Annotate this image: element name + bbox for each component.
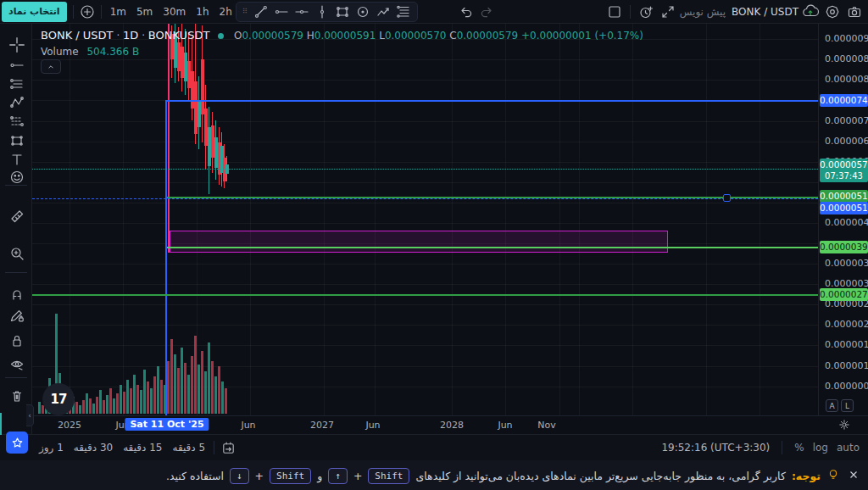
auto-scale-button[interactable]: A xyxy=(826,399,838,412)
last-price-line[interactable] xyxy=(32,169,818,170)
volume-bar xyxy=(153,376,156,414)
gridline-v xyxy=(760,24,760,415)
volume-bar xyxy=(140,390,142,414)
horizontal-line-drawing[interactable] xyxy=(167,247,818,248)
auto-scale-option[interactable]: auto xyxy=(837,442,860,454)
crosshair-icon[interactable] xyxy=(6,34,28,56)
plus-text: + xyxy=(353,470,362,482)
drag-handle-icon[interactable]: ⠿ xyxy=(242,9,248,14)
volume-bar xyxy=(92,404,95,414)
volume-bar xyxy=(160,380,163,414)
snapshot-camera-icon[interactable] xyxy=(844,2,865,22)
toolbar-right-group: پیش نویس BONK / USDT xyxy=(604,2,865,22)
rectangle-tool-icon[interactable] xyxy=(332,2,353,22)
zoom-in-icon[interactable] xyxy=(6,242,28,264)
horizontal-line-drawing[interactable] xyxy=(32,294,818,296)
drawing-mode-lock-icon[interactable] xyxy=(6,304,28,326)
alert-line-handle[interactable] xyxy=(723,194,731,202)
log-scale-option[interactable]: log xyxy=(813,442,828,454)
separator xyxy=(5,272,27,273)
vertical-line-tool-icon[interactable] xyxy=(312,2,332,22)
gridline-v xyxy=(505,24,506,415)
horizontal-line-drawing[interactable] xyxy=(167,100,818,102)
gridline-h xyxy=(32,387,818,387)
legend-symbol[interactable]: BONK / USDT xyxy=(41,29,114,42)
redo-icon[interactable] xyxy=(476,2,497,22)
time-axis[interactable]: 2025Jun26Jun2027Jun2028JunNovSat 11 Oct … xyxy=(32,415,868,434)
layout-settings-icon[interactable] xyxy=(822,2,843,22)
measure-ruler-icon[interactable] xyxy=(6,205,28,227)
gridline-h xyxy=(32,264,818,264)
horizontal-line-tool-icon[interactable] xyxy=(292,2,312,22)
lock-all-drawings-icon[interactable] xyxy=(6,330,28,352)
price-level-label: 0.00000513 xyxy=(820,202,868,214)
quick-interval-button[interactable]: 5 دقیقه xyxy=(167,440,210,455)
timeframe-30m[interactable]: 30m xyxy=(158,5,191,19)
polyline-tool-icon[interactable] xyxy=(373,2,393,22)
time-tick: Jun xyxy=(365,420,380,431)
top-toolbar: انتخاب نماد 1m5m30m1h2h4hDWM ⠿ xyxy=(0,0,868,24)
favorites-star-button[interactable] xyxy=(6,432,28,454)
fullscreen-icon[interactable] xyxy=(658,2,678,22)
clock-utc[interactable]: 19:52:16 (UTC+3:30) xyxy=(661,442,770,454)
price-tick: 0.00000200 xyxy=(825,319,868,330)
layout-title[interactable]: BONK / USDT xyxy=(732,6,798,18)
percent-scale-option[interactable]: % xyxy=(794,442,804,454)
timeframe-5m[interactable]: 5m xyxy=(131,5,158,19)
undo-icon[interactable] xyxy=(456,2,476,22)
cloud-save-icon[interactable] xyxy=(800,2,821,22)
volume-value: 504.366 B xyxy=(86,46,139,58)
chart-pane[interactable]: 17 BONK / USDT · 1D · BONKUSDT O0.000005… xyxy=(32,24,818,415)
time-axis-settings-gear-icon[interactable] xyxy=(836,416,853,433)
layout-select-icon[interactable] xyxy=(604,2,625,22)
legend-interval[interactable]: 1D xyxy=(123,29,138,42)
legend-collapse-button[interactable] xyxy=(41,59,61,74)
price-tick: 0.00000650 xyxy=(825,136,868,147)
volume-bar xyxy=(103,400,105,414)
vertical-line-drawing[interactable] xyxy=(165,100,167,415)
add-symbol-plus-icon[interactable] xyxy=(77,2,97,22)
price-level-label: 0.00000515 xyxy=(820,190,868,203)
levels-tool-icon[interactable] xyxy=(393,2,414,22)
price-tick: 0.00000800 xyxy=(825,74,868,85)
price-range-box-drawing[interactable] xyxy=(170,231,668,253)
volume-bar xyxy=(177,368,180,414)
left-edge-accent xyxy=(0,413,2,435)
horizontal-ray-tool-icon[interactable] xyxy=(271,2,292,22)
remove-drawings-trash-icon[interactable] xyxy=(6,385,28,407)
magnet-mode-icon[interactable] xyxy=(6,283,28,305)
market-status-dot[interactable] xyxy=(218,33,224,39)
go-to-date-calendar-icon[interactable] xyxy=(218,437,238,458)
hide-drawings-eye-icon[interactable] xyxy=(6,354,28,376)
volume-bar xyxy=(89,398,92,414)
volume-bar xyxy=(75,402,78,414)
quick-interval-button[interactable]: 1 روز xyxy=(34,440,69,455)
ellipse-tool-icon[interactable] xyxy=(353,2,373,22)
sidebar-collapse-chevron[interactable]: ‹ xyxy=(26,404,34,426)
volume-bar xyxy=(120,385,122,414)
alert-line-dashed[interactable] xyxy=(32,198,818,199)
volume-bar xyxy=(218,366,220,414)
time-tick: Nov xyxy=(537,420,555,431)
log-scale-button[interactable]: L xyxy=(841,399,854,412)
timeframe-1m[interactable]: 1m xyxy=(105,5,131,19)
volume-bar xyxy=(126,380,129,414)
volume-label[interactable]: Volume xyxy=(41,46,79,58)
gridline-v xyxy=(632,24,633,415)
symbol-search-button[interactable]: انتخاب نماد xyxy=(2,2,67,22)
volume-bar xyxy=(211,361,214,414)
quick-interval-button[interactable]: 30 دقیقه xyxy=(69,440,118,455)
price-axis[interactable]: A L 0.000009000.000008500.000008000.0000… xyxy=(818,24,868,415)
price-level-label: 0.00000747 xyxy=(820,94,868,107)
quick-interval-button[interactable]: 15 دقیقه xyxy=(118,440,167,455)
volume-bar xyxy=(96,397,98,414)
volume-bar xyxy=(191,356,193,414)
vertical-line-drawing[interactable] xyxy=(168,24,170,253)
trend-line-tool-icon[interactable] xyxy=(251,2,271,22)
separator xyxy=(73,5,74,19)
create-alert-icon[interactable] xyxy=(636,2,656,22)
close-icon[interactable] xyxy=(848,469,860,483)
timeframe-1h[interactable]: 1h xyxy=(191,5,214,19)
timeframe-2h[interactable]: 2h xyxy=(214,5,237,19)
notification-bar: توجه: کاربر گرامی، به منظور جابه‌جایی سر… xyxy=(0,460,868,490)
